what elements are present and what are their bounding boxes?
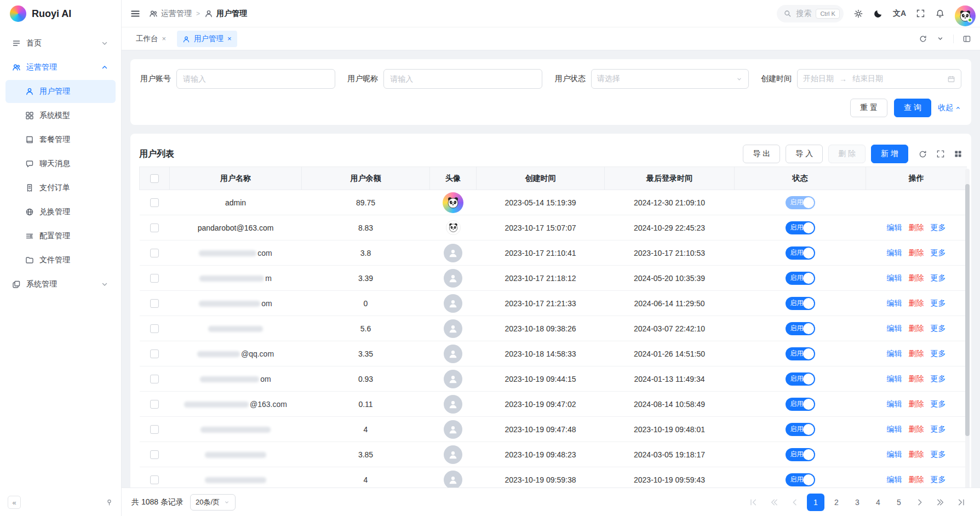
language-translate-icon[interactable]: 文A xyxy=(893,9,906,19)
more-link[interactable]: 更多 xyxy=(931,349,946,359)
page-number-button[interactable]: 2 xyxy=(828,494,845,511)
page-number-button[interactable]: 4 xyxy=(869,494,887,511)
edit-link[interactable]: 编辑 xyxy=(887,299,902,308)
last-page-button[interactable] xyxy=(953,494,970,511)
fullscreen-icon[interactable] xyxy=(916,9,925,18)
sidebar-subitem-system-model[interactable]: 系统模型 xyxy=(5,104,116,127)
account-input[interactable] xyxy=(176,69,335,89)
prev-page-button[interactable] xyxy=(786,494,804,511)
refresh-icon[interactable] xyxy=(918,150,927,159)
edit-link[interactable]: 编辑 xyxy=(887,425,902,434)
settings-gear-icon[interactable] xyxy=(853,9,863,19)
collapse-filters-link[interactable]: 收起 xyxy=(938,103,961,113)
delete-link[interactable]: 删除 xyxy=(909,248,924,258)
delete-link[interactable]: 删除 xyxy=(909,324,924,334)
status-toggle[interactable]: 启用 xyxy=(786,322,815,335)
sidebar-subitem-package-management[interactable]: 套餐管理 xyxy=(5,128,116,151)
delete-link[interactable]: 删除 xyxy=(909,374,924,384)
user-avatar[interactable] xyxy=(955,5,971,22)
row-checkbox[interactable] xyxy=(150,249,159,257)
edit-link[interactable]: 编辑 xyxy=(887,349,902,359)
first-page-button[interactable] xyxy=(744,494,762,511)
more-link[interactable]: 更多 xyxy=(931,374,946,384)
row-checkbox[interactable] xyxy=(150,425,159,434)
tab-user-management[interactable]: 用户管理× xyxy=(177,31,237,47)
page-number-button[interactable]: 1 xyxy=(807,494,824,511)
notifications-bell-icon[interactable] xyxy=(935,9,945,19)
jump-next-button[interactable] xyxy=(932,494,949,511)
search-button[interactable]: 查 询 xyxy=(894,99,931,117)
table-scrollbar[interactable] xyxy=(965,169,970,488)
table-fullscreen-icon[interactable] xyxy=(936,150,945,158)
chevron-down-icon[interactable] xyxy=(936,35,944,43)
edit-link[interactable]: 编辑 xyxy=(887,273,902,283)
column-settings-icon[interactable] xyxy=(954,150,962,158)
sidebar-subitem-chat-messages[interactable]: 聊天消息 xyxy=(5,152,116,175)
tab-workbench[interactable]: 工作台× xyxy=(130,31,171,47)
row-checkbox[interactable] xyxy=(150,375,159,383)
export-button[interactable]: 导 出 xyxy=(743,145,780,163)
status-toggle[interactable]: 启用 xyxy=(786,221,815,234)
next-page-button[interactable] xyxy=(911,494,929,511)
sidebar-subitem-exchange-management[interactable]: 兑换管理 xyxy=(5,200,116,223)
close-tab-icon[interactable]: × xyxy=(227,35,232,43)
sidebar-subitem-payment-orders[interactable]: 支付订单 xyxy=(5,176,116,199)
delete-link[interactable]: 删除 xyxy=(909,349,924,359)
close-tab-icon[interactable]: × xyxy=(162,35,167,43)
pin-icon[interactable] xyxy=(105,498,113,507)
edit-link[interactable]: 编辑 xyxy=(887,223,902,233)
more-link[interactable]: 更多 xyxy=(931,450,946,460)
page-size-select[interactable]: 20条/页 xyxy=(190,494,236,511)
more-link[interactable]: 更多 xyxy=(931,475,946,485)
sidebar-subitem-config-management[interactable]: 配置管理 xyxy=(5,225,116,248)
status-toggle[interactable]: 启用 xyxy=(786,372,815,386)
date-range-picker[interactable]: 开始日期 → 结束日期 xyxy=(797,69,961,89)
row-checkbox[interactable] xyxy=(150,324,159,333)
more-link[interactable]: 更多 xyxy=(931,299,946,308)
row-checkbox[interactable] xyxy=(150,274,159,283)
delete-link[interactable]: 删除 xyxy=(909,399,924,409)
page-number-button[interactable]: 5 xyxy=(890,494,908,511)
status-toggle[interactable]: 启用 xyxy=(786,246,815,260)
sidebar-item-home[interactable]: 首页 xyxy=(5,32,116,55)
dark-mode-moon-icon[interactable] xyxy=(873,9,883,19)
layout-panel-icon[interactable] xyxy=(953,35,971,43)
more-link[interactable]: 更多 xyxy=(931,399,946,409)
status-toggle[interactable]: 启用 xyxy=(786,347,815,360)
breadcrumb-item-operations[interactable]: 运营管理 xyxy=(149,9,192,19)
more-link[interactable]: 更多 xyxy=(931,223,946,233)
select-all-checkbox[interactable] xyxy=(150,174,159,183)
delete-link[interactable]: 删除 xyxy=(909,299,924,308)
row-checkbox[interactable] xyxy=(150,349,159,358)
hamburger-menu-icon[interactable] xyxy=(130,9,140,19)
edit-link[interactable]: 编辑 xyxy=(887,374,902,384)
scrollbar-thumb[interactable] xyxy=(965,184,970,436)
status-toggle[interactable]: 启用 xyxy=(786,473,815,486)
reset-button[interactable]: 重 置 xyxy=(850,99,887,117)
row-checkbox[interactable] xyxy=(150,450,159,459)
more-link[interactable]: 更多 xyxy=(931,248,946,258)
sidebar-subitem-file-management[interactable]: 文件管理 xyxy=(5,249,116,272)
edit-link[interactable]: 编辑 xyxy=(887,475,902,485)
edit-link[interactable]: 编辑 xyxy=(887,324,902,334)
sidebar-item-system-management[interactable]: 系统管理 xyxy=(5,273,116,296)
edit-link[interactable]: 编辑 xyxy=(887,248,902,258)
status-toggle[interactable]: 启用 xyxy=(786,448,815,461)
edit-link[interactable]: 编辑 xyxy=(887,450,902,460)
status-toggle[interactable]: 启用 xyxy=(786,272,815,285)
delete-link[interactable]: 删除 xyxy=(909,450,924,460)
brand[interactable]: Ruoyi AI xyxy=(0,0,121,27)
row-checkbox[interactable] xyxy=(150,223,159,232)
row-checkbox[interactable] xyxy=(150,400,159,409)
delete-link[interactable]: 删除 xyxy=(909,223,924,233)
breadcrumb-item-user-management[interactable]: 用户管理 xyxy=(204,9,247,19)
global-search[interactable]: 搜索 Ctrl K xyxy=(777,5,844,22)
jump-prev-button[interactable] xyxy=(765,494,783,511)
status-toggle[interactable]: 启用 xyxy=(786,196,815,209)
more-link[interactable]: 更多 xyxy=(931,273,946,283)
edit-link[interactable]: 编辑 xyxy=(887,399,902,409)
add-button[interactable]: 新 增 xyxy=(871,145,908,163)
delete-link[interactable]: 删除 xyxy=(909,425,924,434)
status-toggle[interactable]: 启用 xyxy=(786,423,815,436)
sidebar-subitem-user-management[interactable]: 用户管理 xyxy=(5,80,116,103)
